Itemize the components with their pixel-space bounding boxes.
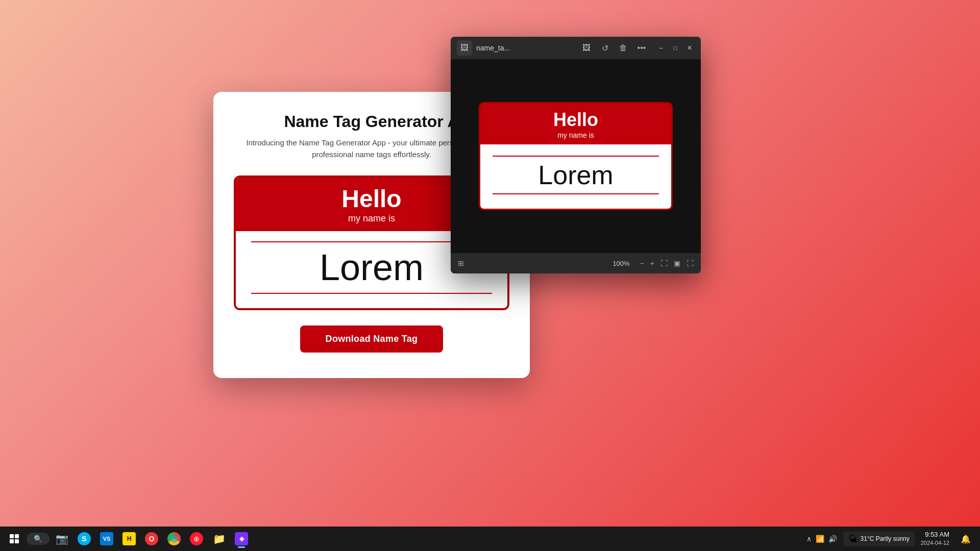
zoom-out-icon[interactable]: − [640,259,644,267]
weather-text: 31°C Partly sunny [861,535,910,542]
preview-name: Lorem [493,160,659,190]
clock-time: 9:53 AM [921,531,949,539]
honkai-icon: H [122,532,136,545]
operagx-icon: O [145,532,158,545]
preview-my-name-is: my name is [488,131,663,139]
speaker-icon[interactable]: 🔊 [828,535,837,543]
maximize-button[interactable]: □ [670,43,680,53]
close-button[interactable]: ✕ [684,43,695,53]
fit-icon[interactable]: ⛶ [660,259,668,267]
download-button[interactable]: Download Name Tag [300,325,444,353]
taskbar: 🔍 📷 S VS H O 🌐 ⊕ 📁 ◈ [0,527,980,551]
weather-widget[interactable]: 🌤 31°C Partly sunny [843,532,915,546]
name-tag-line-bottom [251,293,492,294]
dev-icon: ◈ [235,532,248,545]
rotate-icon[interactable]: ↺ [599,42,611,54]
taskbar-skype-app[interactable]: S [74,529,94,549]
app-icon: 🖼 [457,40,472,56]
taskbar-opera-app[interactable]: ⊕ [186,529,207,549]
start-button[interactable] [4,529,24,549]
taskbar-operagx-app[interactable]: O [141,529,162,549]
skype-icon: S [78,532,91,545]
image-viewer-bottom-toolbar: ⊞ 100% − + ⛶ ▣ ⛶ [451,253,701,273]
preview-header: Hello my name is [480,104,671,144]
system-tray-icons: ∧ 📶 🔊 [802,535,841,543]
toolbar-grid-icon[interactable]: ⊞ [458,259,464,267]
slideshow-icon[interactable]: ▣ [674,259,680,267]
desktop: Name Tag Generator A Introducing the Nam… [0,0,980,551]
taskbar-honkai-app[interactable]: H [119,529,139,549]
share-icon[interactable]: 🖼 [580,42,593,54]
notification-button[interactable]: 🔔 [955,529,976,549]
zoom-in-icon[interactable]: + [650,259,654,267]
preview-hello-text: Hello [488,111,663,129]
toolbar-right-icons: − + ⛶ ▣ ⛶ [640,259,694,267]
image-viewer-content: Hello my name is Lorem [451,59,701,253]
weather-icon: 🌤 [848,534,857,544]
image-viewer-window: 🖼 name_ta... 🖼 ↺ 🗑 ••• – □ ✕ Hello my na… [451,37,701,273]
delete-icon[interactable]: 🗑 [617,42,629,54]
file-name: name_ta... [476,44,576,52]
image-viewer-titlebar: 🖼 name_ta... 🖼 ↺ 🗑 ••• – □ ✕ [451,37,701,59]
window-controls: – □ ✕ [656,43,695,53]
taskbar-search[interactable]: 🔍 [27,533,50,545]
taskbar-fileexplorer-app[interactable]: 📁 [209,529,229,549]
network-icon[interactable]: 📶 [816,535,824,543]
camera-icon: 📷 [56,533,68,545]
start-icon [10,534,19,543]
zoom-level: 100% [612,260,629,267]
minimize-button[interactable]: – [656,43,666,53]
tray-chevron-icon[interactable]: ∧ [806,535,812,543]
taskbar-dev-app[interactable]: ◈ [231,529,252,549]
preview-line-top [493,156,659,157]
preview-line-bottom [493,193,659,194]
clock-date: 2024-04-12 [921,539,949,546]
opera-icon: ⊕ [190,532,203,545]
more-options-icon[interactable]: ••• [635,42,648,54]
name-tag-preview: Hello my name is Lorem [479,102,673,210]
taskbar-vscode-app[interactable]: VS [96,529,117,549]
fileexplorer-icon: 📁 [213,533,226,545]
preview-body: Lorem [480,144,671,209]
chrome-icon: 🌐 [167,532,181,545]
fullscreen-icon[interactable]: ⛶ [687,259,694,267]
titlebar-actions: 🖼 ↺ 🗑 ••• [580,42,648,54]
notification-icon: 🔔 [961,534,971,544]
taskbar-camera-app[interactable]: 📷 [52,529,72,549]
system-clock[interactable]: 9:53 AM 2024-04-12 [917,531,953,546]
taskbar-chrome-app[interactable]: 🌐 [164,529,184,549]
vscode-icon: VS [100,532,113,545]
search-icon: 🔍 [34,535,42,543]
